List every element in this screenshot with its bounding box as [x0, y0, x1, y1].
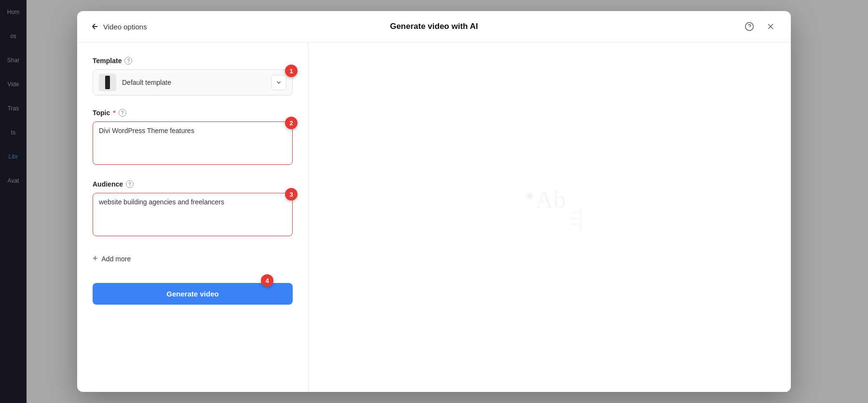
preview-illustration: Ab [511, 179, 588, 256]
template-preview-bar [105, 76, 110, 89]
generate-btn-wrapper: Generate video 4 [93, 279, 293, 305]
close-icon [766, 22, 775, 31]
left-panel: Template ? Default template [77, 42, 309, 392]
back-label: Video options [103, 23, 147, 31]
step-badge-1: 1 [285, 65, 298, 77]
topic-field-wrapper: Divi WordPress Theme features 2 [93, 121, 293, 167]
audience-section: Audience ? website building agencies and… [93, 180, 293, 238]
step-badge-2: 2 [285, 117, 298, 129]
template-label: Template [93, 57, 122, 65]
step-badge-4: 4 [261, 274, 273, 287]
topic-label-row: Topic * ? [93, 109, 293, 117]
topic-help-icon[interactable]: ? [119, 109, 126, 117]
close-button[interactable] [764, 20, 777, 33]
generate-video-button[interactable]: Generate video [93, 283, 293, 305]
template-name: Default template [122, 79, 271, 86]
step-badge-3: 3 [285, 188, 298, 201]
add-more-section: + Add more [93, 252, 293, 266]
modal-title: Generate video with AI [390, 22, 478, 31]
topic-input[interactable]: Divi WordPress Theme features [93, 121, 293, 165]
add-more-label: Add more [102, 255, 131, 263]
svg-text:Ab: Ab [535, 186, 566, 213]
modal-header: Video options Generate video with AI [77, 11, 791, 42]
template-preview-thumb [99, 74, 116, 91]
header-actions [743, 20, 777, 33]
back-arrow-icon [91, 22, 99, 31]
chevron-down-icon [275, 79, 282, 86]
template-help-icon[interactable]: ? [124, 57, 132, 65]
topic-required-star: * [113, 109, 115, 117]
add-more-button[interactable]: + Add more [93, 252, 131, 266]
help-icon [745, 22, 754, 31]
back-button[interactable]: Video options [91, 22, 147, 31]
template-label-row: Template ? [93, 57, 293, 65]
audience-label-row: Audience ? [93, 180, 293, 188]
audience-input[interactable]: website building agencies and freelancer… [93, 193, 293, 236]
template-field-wrapper: Default template 1 [93, 69, 293, 95]
modal-overlay: Video options Generate video with AI [0, 0, 868, 403]
template-selector[interactable]: Default template [93, 69, 293, 95]
right-panel: Ab [309, 42, 791, 392]
audience-label: Audience [93, 180, 123, 188]
audience-help-icon[interactable]: ? [126, 180, 134, 188]
topic-section: Topic * ? Divi WordPress Theme features … [93, 109, 293, 167]
template-section: Template ? Default template [93, 57, 293, 95]
template-dropdown-button[interactable] [271, 75, 286, 90]
topic-label: Topic [93, 109, 110, 117]
audience-field-wrapper: website building agencies and freelancer… [93, 193, 293, 238]
help-button[interactable] [743, 20, 756, 33]
add-more-plus-icon: + [93, 254, 98, 264]
preview-placeholder: Ab [511, 179, 588, 256]
modal-body: Template ? Default template [77, 42, 791, 392]
modal-dialog: Video options Generate video with AI [77, 11, 791, 392]
